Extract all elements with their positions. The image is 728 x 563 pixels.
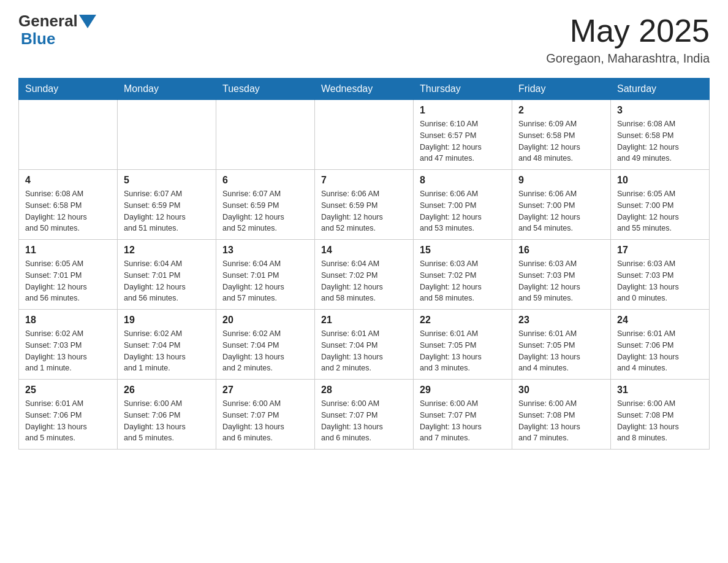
- day-number: 21: [321, 315, 407, 326]
- day-number: 23: [518, 315, 604, 326]
- table-row: 22Sunrise: 6:01 AMSunset: 7:05 PMDayligh…: [414, 310, 512, 380]
- table-row: 15Sunrise: 6:03 AMSunset: 7:02 PMDayligh…: [414, 240, 512, 310]
- day-number: 29: [420, 385, 506, 396]
- table-row: 12Sunrise: 6:04 AMSunset: 7:01 PMDayligh…: [118, 240, 216, 310]
- table-row: [118, 100, 216, 170]
- day-info: Sunrise: 6:06 AMSunset: 7:00 PMDaylight:…: [420, 188, 506, 234]
- col-thursday: Thursday: [414, 79, 512, 100]
- logo-triangle-icon: [79, 15, 96, 28]
- day-info: Sunrise: 6:05 AMSunset: 7:00 PMDaylight:…: [617, 188, 703, 234]
- day-number: 28: [321, 385, 407, 396]
- table-row: 7Sunrise: 6:06 AMSunset: 6:59 PMDaylight…: [315, 170, 414, 240]
- table-row: 5Sunrise: 6:07 AMSunset: 6:59 PMDaylight…: [118, 170, 216, 240]
- day-info: Sunrise: 6:02 AMSunset: 7:04 PMDaylight:…: [222, 328, 308, 374]
- day-number: 4: [25, 175, 111, 186]
- table-row: 25Sunrise: 6:01 AMSunset: 7:06 PMDayligh…: [19, 380, 118, 450]
- month-title: May 2025: [546, 12, 710, 49]
- table-row: 28Sunrise: 6:00 AMSunset: 7:07 PMDayligh…: [315, 380, 414, 450]
- table-row: 21Sunrise: 6:01 AMSunset: 7:04 PMDayligh…: [315, 310, 414, 380]
- day-number: 6: [222, 175, 308, 186]
- day-number: 26: [124, 385, 210, 396]
- day-info: Sunrise: 6:07 AMSunset: 6:59 PMDaylight:…: [222, 188, 308, 234]
- table-row: 27Sunrise: 6:00 AMSunset: 7:07 PMDayligh…: [216, 380, 315, 450]
- table-row: 23Sunrise: 6:01 AMSunset: 7:05 PMDayligh…: [512, 310, 611, 380]
- day-info: Sunrise: 6:04 AMSunset: 7:02 PMDaylight:…: [321, 258, 407, 304]
- table-row: 20Sunrise: 6:02 AMSunset: 7:04 PMDayligh…: [216, 310, 315, 380]
- col-sunday: Sunday: [19, 79, 118, 100]
- col-friday: Friday: [512, 79, 611, 100]
- col-saturday: Saturday: [611, 79, 710, 100]
- table-row: [19, 100, 118, 170]
- day-info: Sunrise: 6:08 AMSunset: 6:58 PMDaylight:…: [25, 188, 111, 234]
- day-number: 13: [222, 245, 308, 256]
- table-row: 29Sunrise: 6:00 AMSunset: 7:07 PMDayligh…: [414, 380, 512, 450]
- day-info: Sunrise: 6:09 AMSunset: 6:58 PMDaylight:…: [518, 118, 604, 164]
- table-row: 26Sunrise: 6:00 AMSunset: 7:06 PMDayligh…: [118, 380, 216, 450]
- svg-marker-0: [79, 15, 96, 28]
- col-monday: Monday: [118, 79, 216, 100]
- day-number: 11: [25, 245, 111, 256]
- day-number: 7: [321, 175, 407, 186]
- logo: General Blue: [18, 12, 96, 47]
- day-number: 1: [420, 105, 506, 116]
- day-number: 31: [617, 385, 703, 396]
- day-info: Sunrise: 6:00 AMSunset: 7:08 PMDaylight:…: [518, 398, 604, 444]
- table-row: 6Sunrise: 6:07 AMSunset: 6:59 PMDaylight…: [216, 170, 315, 240]
- col-tuesday: Tuesday: [216, 79, 315, 100]
- logo-text-blue: Blue: [21, 30, 55, 48]
- table-row: 13Sunrise: 6:04 AMSunset: 7:01 PMDayligh…: [216, 240, 315, 310]
- day-info: Sunrise: 6:01 AMSunset: 7:06 PMDaylight:…: [617, 328, 703, 374]
- day-info: Sunrise: 6:00 AMSunset: 7:07 PMDaylight:…: [222, 398, 308, 444]
- calendar-header-row: Sunday Monday Tuesday Wednesday Thursday…: [19, 79, 710, 100]
- table-row: 9Sunrise: 6:06 AMSunset: 7:00 PMDaylight…: [512, 170, 611, 240]
- day-info: Sunrise: 6:00 AMSunset: 7:08 PMDaylight:…: [617, 398, 703, 444]
- table-row: 8Sunrise: 6:06 AMSunset: 7:00 PMDaylight…: [414, 170, 512, 240]
- day-info: Sunrise: 6:07 AMSunset: 6:59 PMDaylight:…: [124, 188, 210, 234]
- day-info: Sunrise: 6:00 AMSunset: 7:06 PMDaylight:…: [124, 398, 210, 444]
- day-info: Sunrise: 6:00 AMSunset: 7:07 PMDaylight:…: [321, 398, 407, 444]
- calendar-week-row: 4Sunrise: 6:08 AMSunset: 6:58 PMDaylight…: [19, 170, 710, 240]
- day-info: Sunrise: 6:01 AMSunset: 7:05 PMDaylight:…: [518, 328, 604, 374]
- table-row: 3Sunrise: 6:08 AMSunset: 6:58 PMDaylight…: [611, 100, 710, 170]
- table-row: 18Sunrise: 6:02 AMSunset: 7:03 PMDayligh…: [19, 310, 118, 380]
- day-number: 17: [617, 245, 703, 256]
- logo-text-general: General: [18, 12, 78, 30]
- day-number: 30: [518, 385, 604, 396]
- day-info: Sunrise: 6:05 AMSunset: 7:01 PMDaylight:…: [25, 258, 111, 304]
- day-number: 18: [25, 315, 111, 326]
- calendar-table: Sunday Monday Tuesday Wednesday Thursday…: [18, 78, 710, 450]
- calendar-week-row: 1Sunrise: 6:10 AMSunset: 6:57 PMDaylight…: [19, 100, 710, 170]
- day-info: Sunrise: 6:03 AMSunset: 7:03 PMDaylight:…: [518, 258, 604, 304]
- day-number: 15: [420, 245, 506, 256]
- table-row: 14Sunrise: 6:04 AMSunset: 7:02 PMDayligh…: [315, 240, 414, 310]
- day-info: Sunrise: 6:06 AMSunset: 6:59 PMDaylight:…: [321, 188, 407, 234]
- calendar-week-row: 18Sunrise: 6:02 AMSunset: 7:03 PMDayligh…: [19, 310, 710, 380]
- table-row: 24Sunrise: 6:01 AMSunset: 7:06 PMDayligh…: [611, 310, 710, 380]
- day-info: Sunrise: 6:02 AMSunset: 7:03 PMDaylight:…: [25, 328, 111, 374]
- day-info: Sunrise: 6:00 AMSunset: 7:07 PMDaylight:…: [420, 398, 506, 444]
- day-number: 19: [124, 315, 210, 326]
- day-number: 24: [617, 315, 703, 326]
- day-number: 2: [518, 105, 604, 116]
- day-number: 12: [124, 245, 210, 256]
- day-info: Sunrise: 6:01 AMSunset: 7:05 PMDaylight:…: [420, 328, 506, 374]
- day-number: 10: [617, 175, 703, 186]
- table-row: 30Sunrise: 6:00 AMSunset: 7:08 PMDayligh…: [512, 380, 611, 450]
- day-number: 5: [124, 175, 210, 186]
- day-info: Sunrise: 6:03 AMSunset: 7:03 PMDaylight:…: [617, 258, 703, 304]
- table-row: 17Sunrise: 6:03 AMSunset: 7:03 PMDayligh…: [611, 240, 710, 310]
- table-row: 1Sunrise: 6:10 AMSunset: 6:57 PMDaylight…: [414, 100, 512, 170]
- table-row: 4Sunrise: 6:08 AMSunset: 6:58 PMDaylight…: [19, 170, 118, 240]
- day-info: Sunrise: 6:01 AMSunset: 7:04 PMDaylight:…: [321, 328, 407, 374]
- day-number: 27: [222, 385, 308, 396]
- day-number: 22: [420, 315, 506, 326]
- location-title: Goregaon, Maharashtra, India: [546, 52, 710, 66]
- day-info: Sunrise: 6:10 AMSunset: 6:57 PMDaylight:…: [420, 118, 506, 164]
- day-info: Sunrise: 6:02 AMSunset: 7:04 PMDaylight:…: [124, 328, 210, 374]
- page-header: General Blue May 2025 Goregaon, Maharash…: [18, 12, 710, 66]
- day-number: 9: [518, 175, 604, 186]
- day-info: Sunrise: 6:01 AMSunset: 7:06 PMDaylight:…: [25, 398, 111, 444]
- day-info: Sunrise: 6:08 AMSunset: 6:58 PMDaylight:…: [617, 118, 703, 164]
- table-row: 10Sunrise: 6:05 AMSunset: 7:00 PMDayligh…: [611, 170, 710, 240]
- day-number: 14: [321, 245, 407, 256]
